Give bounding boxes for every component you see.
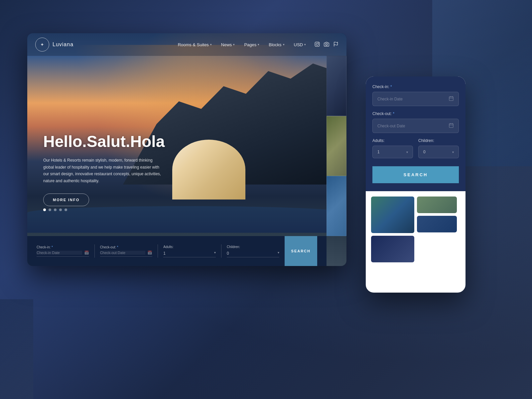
mobile-thumbnail-3 — [417, 216, 457, 232]
checkin-input[interactable]: Check-in Date — [37, 251, 82, 255]
chevron-down-icon: ▾ — [258, 43, 259, 46]
nav-pages-label: Pages — [244, 42, 256, 47]
mobile-checkout-calendar-icon — [449, 123, 454, 129]
chevron-down-icon: ▾ — [233, 43, 235, 46]
mobile-children-field: Children: 0 ▾ — [418, 138, 459, 158]
checkin-calendar-icon: 📅 — [84, 250, 89, 255]
mobile-adults-label: Adults: — [372, 138, 413, 143]
checkout-field-group: Check-out: * Check-out Date 📅 — [100, 245, 153, 257]
thumbnail-2[interactable] — [327, 116, 346, 176]
adults-select-wrapper: 1 2 3 4 — [163, 250, 216, 257]
checkin-input-row: Check-in Date 📅 — [37, 250, 89, 257]
svg-point-2 — [318, 43, 319, 43]
mobile-thumbnails-right — [417, 197, 457, 233]
mobile-checkin-calendar-icon — [449, 96, 454, 102]
children-chevron-icon: ▾ — [452, 150, 454, 154]
mobile-adults-field: Adults: 1 ▾ — [372, 138, 413, 158]
chevron-down-icon: ▾ — [283, 43, 285, 46]
mobile-adults-select[interactable]: 1 ▾ — [372, 146, 413, 158]
mobile-checkout-input[interactable]: Check-out Date — [372, 119, 459, 133]
nav-icons — [315, 42, 338, 48]
checkin-field-group: Check-in: * Check-in Date 📅 — [37, 245, 89, 257]
mobile-checkin-input[interactable]: Check-in Date — [372, 92, 459, 106]
svg-rect-0 — [315, 42, 319, 46]
svg-point-1 — [316, 43, 319, 45]
thumbnail-1[interactable] — [327, 56, 346, 116]
mobile-thumbnail-4 — [371, 236, 414, 262]
hero-subtitle: Our Hotels & Resorts remain stylish, mod… — [43, 157, 163, 184]
chevron-down-icon: ▾ — [210, 43, 212, 46]
nav-links: Rooms & Suites ▾ News ▾ Pages ▾ Blocks ▾… — [175, 40, 309, 49]
more-info-button[interactable]: MORE INFO — [43, 194, 89, 206]
mobile-checkin-label: Check-in: * — [372, 84, 459, 89]
slide-dot-2[interactable] — [49, 208, 51, 211]
slide-dot-5[interactable] — [65, 208, 67, 211]
mobile-thumbnail-1 — [371, 197, 414, 233]
checkout-input[interactable]: Check-out Date — [100, 251, 146, 255]
children-label: Children: — [227, 245, 279, 249]
instagram-icon[interactable] — [315, 42, 320, 48]
checkout-input-row: Check-out Date 📅 — [100, 250, 153, 257]
desktop-search-button[interactable]: SEARCH — [285, 236, 317, 266]
logo-icon: ✦ — [35, 38, 49, 52]
nav-item-news[interactable]: News ▾ — [218, 40, 238, 49]
mobile-thumbnails — [366, 191, 466, 268]
nav-item-rooms[interactable]: Rooms & Suites ▾ — [175, 40, 215, 49]
checkout-calendar-icon: 📅 — [147, 250, 152, 255]
hero-title: Hello.Salut.Hola — [43, 133, 165, 151]
mobile-search-button[interactable]: SEARCH — [372, 166, 459, 183]
water-area — [27, 206, 346, 233]
adults-label: Adults: — [163, 245, 216, 249]
checkin-label: Check-in: * — [37, 245, 89, 249]
adults-chevron-icon: ▾ — [406, 150, 408, 154]
nav-currency-label: USD — [294, 42, 303, 47]
desktop-mockup: ✦ Luviana Rooms & Suites ▾ News ▾ Pages … — [27, 33, 346, 266]
slide-dot-3[interactable] — [54, 208, 57, 211]
divider-1 — [94, 244, 95, 258]
slide-dot-1[interactable] — [43, 208, 46, 211]
nav-news-label: News — [221, 42, 232, 47]
slide-dot-4[interactable] — [59, 208, 62, 211]
mobile-checkout-label: Check-out: * — [372, 111, 459, 116]
nav-item-pages[interactable]: Pages ▾ — [241, 40, 263, 49]
mobile-children-label: Children: — [418, 138, 459, 143]
flag-icon[interactable] — [333, 42, 338, 48]
thumbnail-3[interactable] — [327, 176, 346, 236]
dome-element — [172, 140, 245, 200]
divider-2 — [158, 244, 158, 258]
mobile-booking-panel: Check-in: * Check-in Date Check-out: * C… — [366, 76, 466, 191]
nav-blocks-label: Blocks — [269, 42, 281, 47]
checkout-label: Check-out: * — [100, 245, 153, 249]
divider-3 — [221, 244, 221, 258]
navbar: ✦ Luviana Rooms & Suites ▾ News ▾ Pages … — [27, 33, 346, 56]
children-select[interactable]: 0 1 2 3 — [227, 250, 279, 257]
mobile-mockup: Check-in: * Check-in Date Check-out: * C… — [366, 76, 466, 293]
svg-point-3 — [326, 44, 327, 45]
chevron-down-icon: ▾ — [304, 43, 306, 46]
slider-dots — [43, 208, 67, 211]
adults-field-group: Adults: 1 2 3 4 — [163, 245, 216, 257]
nav-item-blocks[interactable]: Blocks ▾ — [265, 40, 288, 49]
svg-rect-9 — [449, 124, 453, 128]
logo-area: ✦ Luviana — [35, 38, 73, 52]
bg-decoration-left — [0, 299, 33, 399]
camera-icon[interactable] — [324, 42, 329, 48]
svg-rect-5 — [449, 97, 453, 101]
mobile-adults-children-row: Adults: 1 ▾ Children: 0 ▾ — [372, 138, 459, 158]
children-select-wrapper: 0 1 2 3 — [227, 250, 279, 257]
mobile-children-select[interactable]: 0 ▾ — [418, 146, 459, 158]
desktop-search-bar: Check-in: * Check-in Date 📅 Check-out: *… — [27, 236, 327, 266]
adults-select[interactable]: 1 2 3 4 — [163, 250, 216, 257]
thumbnail-strip — [327, 56, 346, 236]
hero-content: Hello.Salut.Hola Our Hotels & Resorts re… — [43, 133, 165, 206]
nav-item-currency[interactable]: USD ▾ — [291, 40, 309, 49]
nav-rooms-label: Rooms & Suites — [178, 42, 209, 47]
children-field-group: Children: 0 1 2 3 — [227, 245, 279, 257]
logo-name: Luviana — [53, 42, 73, 48]
mobile-thumbnail-2 — [417, 197, 457, 213]
